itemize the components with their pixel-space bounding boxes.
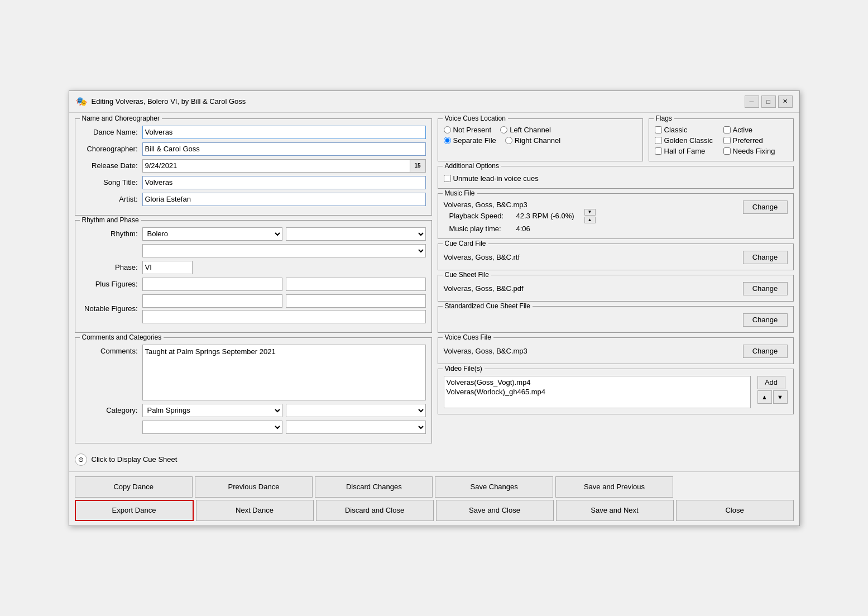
needs-fixing-label: Needs Fixing <box>733 147 775 155</box>
not-present-radio[interactable] <box>444 126 451 133</box>
save-and-previous-button[interactable]: Save and Previous <box>555 476 673 498</box>
active-flag[interactable]: Active <box>723 126 788 134</box>
cue-card-change-button[interactable]: Change <box>743 251 788 264</box>
unmute-checkbox[interactable] <box>444 175 451 182</box>
unmute-label: Unmute lead-in voice cues <box>453 174 539 183</box>
classic-checkbox[interactable] <box>655 126 662 133</box>
toggle-icon: ⊙ <box>75 453 87 466</box>
discard-changes-button[interactable]: Discard Changes <box>315 476 433 498</box>
video-files-row: Volveras(Goss_Vogt).mp4 Volveras(Worlock… <box>444 376 788 408</box>
notable-figures-input-3[interactable] <box>142 310 426 323</box>
button-row-2: Export Dance Next Dance Discard and Clos… <box>75 500 794 521</box>
golden-classic-checkbox[interactable] <box>655 137 662 144</box>
save-changes-button[interactable]: Save Changes <box>435 476 553 498</box>
artist-input[interactable] <box>142 193 426 206</box>
category-select-2[interactable] <box>286 404 426 417</box>
rhythm-row: Rhythm: Bolero Waltz Foxtrot Tango Cha C… <box>81 227 426 241</box>
previous-dance-button[interactable]: Previous Dance <box>195 476 313 498</box>
notable-figures-input-1[interactable] <box>142 294 282 308</box>
rhythm-sub-row <box>81 244 426 257</box>
maximize-button[interactable]: □ <box>761 95 776 108</box>
phase-label: Phase: <box>81 263 142 271</box>
dance-name-row: Dance Name: <box>81 126 426 139</box>
video-file-list[interactable]: Volveras(Goss_Vogt).mp4 Volveras(Worlock… <box>444 376 751 408</box>
video-up-button[interactable]: ▲ <box>757 390 772 404</box>
song-title-input[interactable] <box>142 176 426 189</box>
left-channel-radio[interactable] <box>500 126 507 133</box>
music-change-button[interactable]: Change <box>743 200 788 214</box>
standardized-change-button[interactable]: Change <box>743 313 788 327</box>
speed-up-button[interactable]: ▼ <box>584 209 596 216</box>
phase-row: Phase: <box>81 261 426 274</box>
category-select-3[interactable] <box>142 421 282 434</box>
save-and-close-button[interactable]: Save and Close <box>436 500 554 521</box>
next-dance-button[interactable]: Next Dance <box>196 500 314 521</box>
active-checkbox[interactable] <box>723 126 731 133</box>
release-date-input[interactable] <box>142 159 410 173</box>
video-file-item-2[interactable]: Volveras(Worlock)_gh465.mp4 <box>447 387 748 397</box>
dance-name-input[interactable] <box>142 126 426 139</box>
title-bar: 🎭 Editing Volveras, Bolero VI, by Bill &… <box>69 91 799 113</box>
unmute-option[interactable]: Unmute lead-in voice cues <box>444 174 788 183</box>
phase-input[interactable] <box>142 261 193 274</box>
left-channel-option[interactable]: Left Channel <box>500 126 551 134</box>
video-file-item-1[interactable]: Volveras(Goss_Vogt).mp4 <box>447 378 748 387</box>
voice-cues-change-button[interactable]: Change <box>743 345 788 358</box>
export-dance-button[interactable]: Export Dance <box>75 500 194 521</box>
preferred-checkbox[interactable] <box>723 137 731 144</box>
category-select-4[interactable] <box>286 421 426 434</box>
needs-fixing-flag[interactable]: Needs Fixing <box>723 147 788 155</box>
category-row: Category: Palm Springs Festival Workshop… <box>81 404 426 417</box>
video-files-title: Video File(s) <box>443 365 485 373</box>
hall-of-fame-checkbox[interactable] <box>655 147 662 155</box>
golden-classic-flag[interactable]: Golden Classic <box>655 136 719 145</box>
flags-group: Flags Classic Active Golden Classic <box>649 118 794 161</box>
speed-down-button[interactable]: ▲ <box>584 217 596 223</box>
plus-figures-row: Plus Figures: <box>81 278 426 291</box>
voice-cues-title: Voice Cues Location <box>443 114 508 122</box>
additional-options-inner: Unmute lead-in voice cues <box>444 174 788 183</box>
not-present-option[interactable]: Not Present <box>444 126 492 134</box>
comments-categories-group: Comments and Categories Comments: Taught… <box>75 337 432 443</box>
separate-file-option[interactable]: Separate File <box>444 136 496 145</box>
preferred-flag[interactable]: Preferred <box>723 136 788 145</box>
needs-fixing-checkbox[interactable] <box>723 147 731 155</box>
minimize-button[interactable]: ─ <box>745 95 759 108</box>
voice-cues-file-group: Voice Cues File Volveras, Goss, B&C.mp3 … <box>438 337 794 364</box>
cue-sheet-change-button[interactable]: Change <box>743 282 788 295</box>
close-button[interactable]: Close <box>676 500 794 521</box>
plus-figures-input-2[interactable] <box>286 278 426 291</box>
notable-figures-input-2[interactable] <box>286 294 426 308</box>
category-select-1[interactable]: Palm Springs Festival Workshop Competiti… <box>142 404 282 417</box>
separate-file-radio[interactable] <box>444 137 451 144</box>
video-add-button[interactable]: Add <box>757 376 785 389</box>
comments-textarea[interactable]: Taught at Palm Springs September 2021 <box>142 345 426 400</box>
discard-and-close-button[interactable]: Discard and Close <box>316 500 434 521</box>
copy-dance-button[interactable]: Copy Dance <box>75 476 193 498</box>
choreographer-input[interactable] <box>142 142 426 156</box>
category-selects: Palm Springs Festival Workshop Competiti… <box>142 404 426 417</box>
rhythm-select-2[interactable] <box>286 227 426 241</box>
cue-sheet-file-group: Cue Sheet File Volveras, Goss, B&C.pdf C… <box>438 275 794 302</box>
voice-cues-file-name: Volveras, Goss, B&C.mp3 <box>444 347 743 355</box>
cue-sheet-toggle[interactable]: ⊙ Click to Display Cue Sheet <box>75 448 432 466</box>
rhythm-select[interactable]: Bolero Waltz Foxtrot Tango Cha Cha Rumba <box>142 227 282 241</box>
save-and-next-button[interactable]: Save and Next <box>556 500 674 521</box>
right-channel-radio[interactable] <box>505 137 512 144</box>
category-row-2 <box>81 421 426 434</box>
choreographer-label: Choreographer: <box>81 145 142 153</box>
right-channel-option[interactable]: Right Channel <box>505 136 560 145</box>
calendar-button[interactable]: 15 <box>410 159 426 173</box>
standardized-cue-sheet-group: Standardized Cue Sheet File Change <box>438 306 794 333</box>
rhythm-phase-group: Rhythm and Phase Rhythm: Bolero Waltz Fo… <box>75 220 432 333</box>
app-icon: 🎭 <box>76 96 87 107</box>
main-content: Name and Choreographer Dance Name: Chore… <box>69 113 799 471</box>
rhythm-select-3[interactable] <box>142 244 426 257</box>
choreographer-row: Choreographer: <box>81 142 426 156</box>
video-down-button[interactable]: ▼ <box>773 390 788 404</box>
plus-figures-input-1[interactable] <box>142 278 282 291</box>
hall-of-fame-flag[interactable]: Hall of Fame <box>655 147 719 155</box>
music-file-group: Music File Volveras, Goss, B&C.mp3 Playb… <box>438 193 794 239</box>
classic-flag[interactable]: Classic <box>655 126 719 134</box>
close-window-button[interactable]: ✕ <box>778 95 793 108</box>
